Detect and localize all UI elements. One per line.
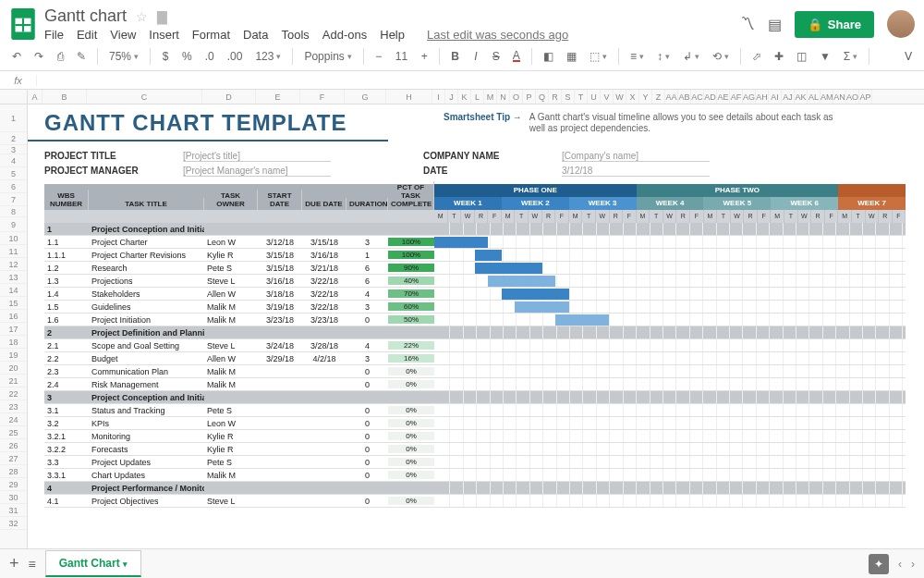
- print-button[interactable]: ⎙: [52, 46, 68, 67]
- col-header[interactable]: AD: [704, 90, 717, 104]
- col-header[interactable]: AE: [717, 90, 730, 104]
- col-header[interactable]: AG: [743, 90, 756, 104]
- company-value[interactable]: [Company's name]: [562, 151, 710, 162]
- sheet-tab[interactable]: Gantt Chart ▾: [45, 550, 141, 577]
- project-title-value[interactable]: [Project's title]: [183, 151, 331, 162]
- redo-button[interactable]: ↷: [30, 46, 48, 67]
- col-header[interactable]: AP: [859, 90, 872, 104]
- col-header[interactable]: AO: [846, 90, 859, 104]
- halign-button[interactable]: ≡: [626, 46, 649, 67]
- trend-icon[interactable]: 〽: [740, 16, 755, 32]
- valign-button[interactable]: ↕: [652, 46, 675, 67]
- account-avatar[interactable]: [887, 10, 915, 38]
- percent-button[interactable]: %: [177, 46, 197, 67]
- col-header[interactable]: T: [575, 90, 588, 104]
- table-row[interactable]: 2.4Risk ManagementMalik M00%: [44, 378, 906, 391]
- col-header[interactable]: E: [256, 90, 300, 104]
- col-header[interactable]: F: [300, 90, 345, 104]
- table-row[interactable]: 4Project Performance / Monitoring: [44, 482, 906, 495]
- table-row[interactable]: 3.2KPIsLeon W00%: [44, 417, 906, 430]
- col-header[interactable]: S: [562, 90, 575, 104]
- menu-help[interactable]: Help: [380, 28, 405, 42]
- col-header[interactable]: AF: [730, 90, 743, 104]
- chart-button[interactable]: ◫: [792, 46, 811, 67]
- col-header[interactable]: Z: [652, 90, 665, 104]
- table-row[interactable]: 1.3ProjectionsSteve L3/16/183/22/18640%: [44, 275, 906, 288]
- col-header[interactable]: AA: [665, 90, 678, 104]
- italic-button[interactable]: I: [468, 46, 484, 67]
- table-row[interactable]: 2.3Communication PlanMalik M00%: [44, 365, 906, 378]
- table-row[interactable]: 1Project Conception and Initiation: [44, 223, 906, 236]
- col-header[interactable]: L: [471, 90, 484, 104]
- text-color-button[interactable]: A: [508, 47, 525, 66]
- col-header[interactable]: AK: [795, 90, 808, 104]
- table-row[interactable]: 2Project Definition and Planning: [44, 326, 906, 339]
- sheets-logo-icon[interactable]: [9, 6, 37, 43]
- font-size-increase[interactable]: +: [416, 46, 432, 67]
- menu-view[interactable]: View: [110, 28, 136, 42]
- zoom-select[interactable]: 75%: [104, 46, 143, 67]
- font-size-decrease[interactable]: −: [371, 46, 387, 67]
- last-edit-link[interactable]: Last edit was seconds ago: [427, 28, 568, 42]
- menu-file[interactable]: File: [44, 28, 64, 42]
- comments-icon[interactable]: ▤: [768, 16, 782, 33]
- col-header[interactable]: AB: [678, 90, 691, 104]
- table-row[interactable]: 1.2ResearchPete S3/15/183/21/18690%: [44, 262, 906, 275]
- table-row[interactable]: 1.5GuidelinesMalik M3/19/183/22/18360%: [44, 301, 906, 314]
- star-icon[interactable]: ☆: [136, 9, 148, 24]
- menu-format[interactable]: Format: [192, 28, 230, 42]
- table-row[interactable]: 1.6Project InitiationMalik M3/23/183/23/…: [44, 314, 906, 326]
- filter-button[interactable]: ▼: [815, 46, 835, 67]
- fill-color-button[interactable]: ◧: [539, 46, 558, 67]
- undo-button[interactable]: ↶: [7, 46, 26, 67]
- menu-add-ons[interactable]: Add-ons: [322, 28, 367, 42]
- col-header[interactable]: W: [614, 90, 626, 104]
- col-header[interactable]: R: [549, 90, 562, 104]
- col-header[interactable]: AL: [808, 90, 821, 104]
- col-header[interactable]: B: [43, 90, 87, 104]
- table-row[interactable]: 1.1.1Project Charter RevisionsKylie R3/1…: [44, 249, 906, 262]
- col-header[interactable]: I: [432, 90, 445, 104]
- col-header[interactable]: V: [601, 90, 614, 104]
- smartsheet-tip-link[interactable]: Smartsheet Tip →: [444, 112, 522, 122]
- col-header[interactable]: G: [345, 90, 386, 104]
- toolbar-more-button[interactable]: ᐯ: [900, 46, 917, 67]
- bold-button[interactable]: B: [446, 46, 464, 67]
- col-header[interactable]: M: [484, 90, 497, 104]
- col-header[interactable]: D: [202, 90, 256, 104]
- project-manager-value[interactable]: [Project Manager's name]: [183, 166, 331, 177]
- rotate-button[interactable]: ⟲: [708, 46, 734, 67]
- table-row[interactable]: 4.1Project ObjectivesSteve L00%: [44, 495, 906, 508]
- col-header[interactable]: H: [386, 90, 432, 104]
- column-headers[interactable]: ABCDEFGHIJKLMNOPQRSTUVWXYZAAABACADAEAFAG…: [0, 90, 924, 105]
- merge-button[interactable]: ⬚: [585, 46, 612, 67]
- col-header[interactable]: Y: [639, 90, 652, 104]
- col-header[interactable]: Q: [536, 90, 549, 104]
- menu-tools[interactable]: Tools: [281, 28, 309, 42]
- table-row[interactable]: 3.3.1Chart UpdatesMalik M00%: [44, 469, 906, 482]
- wrap-button[interactable]: ↲: [678, 46, 704, 67]
- menu-data[interactable]: Data: [243, 28, 268, 42]
- link-button[interactable]: ⬀: [748, 46, 766, 67]
- col-header[interactable]: X: [626, 90, 639, 104]
- currency-button[interactable]: $: [157, 46, 174, 67]
- col-header[interactable]: AN: [833, 90, 846, 104]
- col-header[interactable]: K: [458, 90, 471, 104]
- col-header[interactable]: U: [588, 90, 601, 104]
- strike-button[interactable]: S: [488, 46, 505, 67]
- col-header[interactable]: AH: [756, 90, 769, 104]
- number-format-button[interactable]: 123: [250, 46, 286, 67]
- add-sheet-button[interactable]: +: [9, 554, 19, 573]
- paint-format-button[interactable]: ✎: [72, 46, 91, 67]
- table-row[interactable]: 2.2BudgetAllen W3/29/184/2/18316%: [44, 352, 906, 365]
- col-header[interactable]: J: [445, 90, 458, 104]
- all-sheets-button[interactable]: ≡: [29, 557, 36, 572]
- table-row[interactable]: 3.2.2ForecastsKylie R00%: [44, 443, 906, 456]
- table-row[interactable]: 2.1Scope and Goal SettingSteve L3/24/183…: [44, 339, 906, 352]
- font-select[interactable]: Poppins: [299, 46, 356, 67]
- col-header[interactable]: N: [497, 90, 510, 104]
- increase-decimal-button[interactable]: .00: [223, 46, 248, 67]
- scroll-left-button[interactable]: ‹: [898, 558, 902, 571]
- col-header[interactable]: O: [510, 90, 523, 104]
- table-row[interactable]: 3.1Status and TrackingPete S00%: [44, 404, 906, 417]
